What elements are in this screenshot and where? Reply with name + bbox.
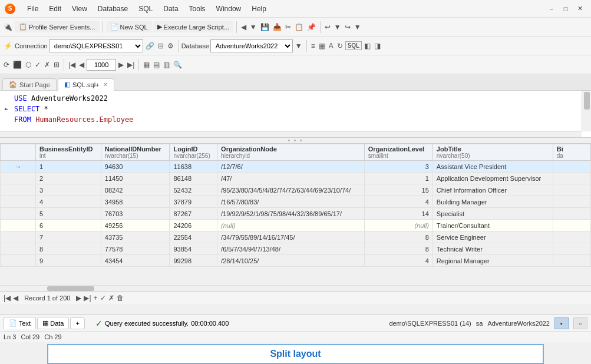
nav-cancel[interactable]: ✗ bbox=[107, 293, 115, 303]
cell-node-1[interactable]: /12/7/6/ bbox=[217, 161, 365, 173]
menu-database[interactable]: Database bbox=[93, 4, 133, 14]
cell-id-1[interactable]: 1 bbox=[36, 161, 101, 173]
maximize-button[interactable]: □ bbox=[559, 2, 572, 15]
table-row[interactable]: 2 11450 86148 /47/ 1 Application Develop… bbox=[1, 173, 591, 184]
cell-login-2[interactable]: 86148 bbox=[170, 173, 217, 184]
cell-level-6[interactable]: (null) bbox=[364, 220, 432, 231]
menu-edit[interactable]: Edit bbox=[44, 4, 66, 14]
format-icon[interactable]: ≡ bbox=[310, 41, 316, 51]
menu-sql[interactable]: SQL bbox=[134, 4, 157, 14]
cell-node-9[interactable]: /28/14/10/25/ bbox=[217, 255, 365, 267]
right-pane-icon[interactable]: ◨ bbox=[373, 41, 382, 51]
cell-login-5[interactable]: 87267 bbox=[170, 208, 217, 220]
tab-sql[interactable]: ◧ SQL.sql+ ✕ bbox=[58, 78, 114, 91]
cell-login-4[interactable]: 37879 bbox=[170, 196, 217, 208]
cell-level-7[interactable]: 8 bbox=[364, 231, 432, 243]
cell-bi-8[interactable] bbox=[553, 243, 590, 255]
cell-level-3[interactable]: 15 bbox=[364, 184, 432, 196]
cell-bi-5[interactable] bbox=[553, 208, 590, 220]
col-OrganizationLevel[interactable]: OrganizationLevelsmallint bbox=[364, 144, 432, 161]
cell-national-7[interactable]: 43735 bbox=[101, 231, 170, 243]
menu-window[interactable]: Window bbox=[212, 4, 246, 14]
minimize-button[interactable]: − bbox=[545, 2, 558, 15]
cell-job-7[interactable]: Service Engineer bbox=[432, 231, 553, 243]
table-row[interactable]: 7 43735 22554 /34/79/55/89/14/16/17/45/ … bbox=[1, 231, 591, 243]
commit-icon[interactable]: ⬡ bbox=[24, 59, 32, 70]
redo-icon[interactable]: ↪ bbox=[344, 22, 352, 32]
next-icon[interactable]: ▶ bbox=[117, 59, 125, 70]
copy-icon[interactable]: 📋 bbox=[293, 22, 305, 32]
tab-data[interactable]: ▦ Data bbox=[37, 317, 69, 329]
cell-national-4[interactable]: 34958 bbox=[101, 196, 170, 208]
table-row[interactable]: 9 43454 99298 /28/14/10/25/ 4 Regional M… bbox=[1, 255, 591, 267]
view-form-icon[interactable]: ▤ bbox=[152, 59, 161, 70]
menu-file[interactable]: File bbox=[22, 4, 43, 14]
editor-vscroll[interactable] bbox=[582, 91, 591, 131]
tab-text[interactable]: 📄 Text bbox=[4, 317, 36, 329]
new-sql-btn[interactable]: 📄 New SQL bbox=[106, 21, 152, 32]
connection-select[interactable]: demo\SQLEXPRESS01 bbox=[49, 39, 143, 52]
cell-level-9[interactable]: 4 bbox=[364, 255, 432, 267]
nav-last[interactable]: ▶| bbox=[82, 293, 92, 303]
cell-login-9[interactable]: 99298 bbox=[170, 255, 217, 267]
record-limit-input[interactable] bbox=[87, 59, 116, 71]
cell-national-5[interactable]: 76703 bbox=[101, 208, 170, 220]
stop-icon[interactable]: ⬛ bbox=[12, 59, 23, 70]
menu-help[interactable]: Help bbox=[247, 4, 271, 14]
cell-id-4[interactable]: 4 bbox=[36, 196, 101, 208]
grid-hscroll[interactable] bbox=[0, 285, 591, 291]
cell-national-9[interactable]: 43454 bbox=[101, 255, 170, 267]
profile-server-btn[interactable]: 📋 Profile Server Events... bbox=[15, 21, 100, 32]
col-NationalIDNumber[interactable]: NationalIDNumbernvarchar(15) bbox=[101, 144, 170, 161]
col-LoginID[interactable]: LoginIDnvarchar(256) bbox=[170, 144, 217, 161]
cell-id-2[interactable]: 2 bbox=[36, 173, 101, 184]
cell-national-1[interactable]: 94630 bbox=[101, 161, 170, 173]
cell-id-3[interactable]: 3 bbox=[36, 184, 101, 196]
connect-options-icon[interactable]: ⚙ bbox=[166, 41, 175, 51]
cell-bi-1[interactable] bbox=[553, 161, 590, 173]
sql-tab-close[interactable]: ✕ bbox=[103, 81, 108, 88]
cell-bi-2[interactable] bbox=[553, 173, 590, 184]
save2-icon[interactable]: 📥 bbox=[272, 22, 283, 32]
execute-large-btn[interactable]: ▶ Execute Large Script... bbox=[153, 21, 233, 32]
nav-add[interactable]: + bbox=[93, 293, 99, 303]
cell-job-4[interactable]: Building Manager bbox=[432, 196, 553, 208]
refresh2-icon[interactable]: ⟳ bbox=[2, 59, 11, 70]
save-icon[interactable]: 💾 bbox=[259, 22, 270, 32]
cell-bi-9[interactable] bbox=[553, 255, 590, 267]
panel-btn-1[interactable]: ▪ bbox=[554, 317, 569, 329]
refresh-icon[interactable]: ↻ bbox=[336, 41, 344, 51]
cell-national-6[interactable]: 49256 bbox=[101, 220, 170, 231]
grid2-icon[interactable]: ⊞ bbox=[52, 59, 61, 70]
cell-national-3[interactable]: 08242 bbox=[101, 184, 170, 196]
cell-level-1[interactable]: 3 bbox=[364, 161, 432, 173]
nav-delete[interactable]: 🗑 bbox=[115, 293, 125, 303]
last-icon[interactable]: ▶| bbox=[126, 59, 136, 70]
cell-level-8[interactable]: 8 bbox=[364, 243, 432, 255]
cell-node-7[interactable]: /34/79/55/89/14/16/17/45/ bbox=[217, 231, 365, 243]
view-grid-icon[interactable]: ▦ bbox=[142, 59, 151, 70]
cell-node-8[interactable]: /6/5/7/34/94/7/13/48/ bbox=[217, 243, 365, 255]
nav-next[interactable]: ▶ bbox=[75, 293, 82, 303]
cell-level-4[interactable]: 4 bbox=[364, 196, 432, 208]
paste-icon[interactable]: 📌 bbox=[306, 22, 317, 32]
cell-id-9[interactable]: 9 bbox=[36, 255, 101, 267]
table-row[interactable]: → 1 94630 11638 /12/7/6/ 3 Assistant Vic… bbox=[1, 161, 591, 173]
first-icon[interactable]: |◀ bbox=[67, 59, 77, 70]
tab-start-page[interactable]: 🏠 Start Page bbox=[2, 78, 57, 90]
tab-add[interactable]: + bbox=[70, 317, 84, 329]
cell-job-8[interactable]: Technical Writer bbox=[432, 243, 553, 255]
panel-btn-2[interactable]: ▫ bbox=[573, 317, 587, 329]
cell-bi-7[interactable] bbox=[553, 231, 590, 243]
cell-login-3[interactable]: 52432 bbox=[170, 184, 217, 196]
table-row[interactable]: 8 77578 93854 /6/5/7/34/94/7/13/48/ 8 Te… bbox=[1, 243, 591, 255]
check-icon[interactable]: ✓ bbox=[34, 59, 42, 70]
cell-national-8[interactable]: 77578 bbox=[101, 243, 170, 255]
redo-dropdown[interactable]: ▼ bbox=[353, 22, 362, 32]
cell-node-3[interactable]: /95/23/80/34/5/4/82/74/72/63/44/69/23/10… bbox=[217, 184, 365, 196]
editor-area[interactable]: USE AdventureWorks2022 ► SELECT * FROM H… bbox=[0, 91, 591, 138]
nav-first[interactable]: |◀ bbox=[2, 293, 12, 303]
cell-job-1[interactable]: Assistant Vice President bbox=[432, 161, 553, 173]
cancel-icon[interactable]: ✗ bbox=[43, 59, 51, 70]
undo-dropdown[interactable]: ▼ bbox=[333, 22, 342, 32]
